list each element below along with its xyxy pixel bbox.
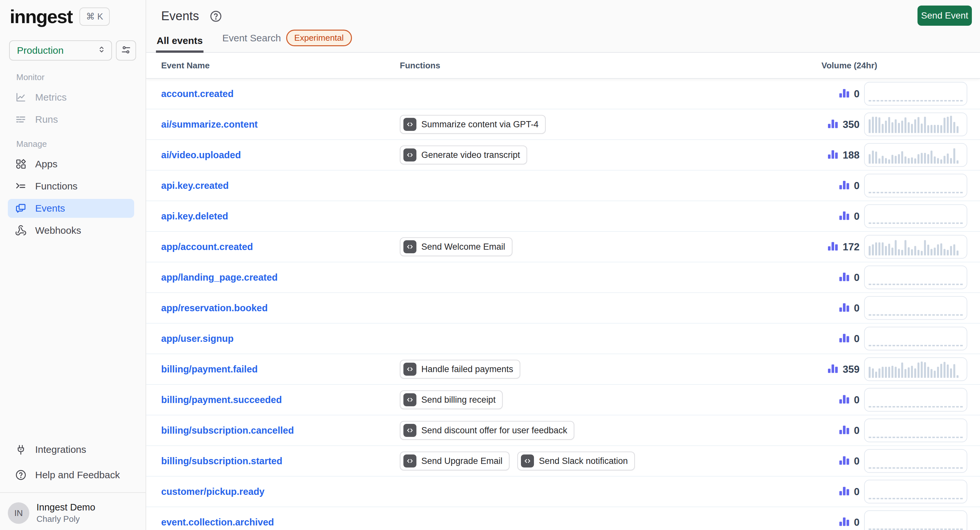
tab-event-search[interactable]: Event Search Experimental [222, 30, 353, 53]
help-icon[interactable] [209, 10, 223, 23]
event-name-link[interactable]: ai/video.uploaded [161, 150, 241, 161]
function-badge[interactable]: Send Welcome Email [400, 237, 512, 256]
mini-bars-icon [838, 271, 850, 284]
event-name-link[interactable]: billing/payment.succeeded [161, 395, 282, 405]
volume-cell: 0 [838, 480, 967, 504]
sidebar-item-label: Help and Feedback [35, 470, 120, 481]
code-icon [403, 424, 417, 437]
volume-count: 0 [854, 210, 859, 222]
event-name-link[interactable]: customer/pickup.ready [161, 486, 265, 497]
sidebar-item-apps[interactable]: Apps [8, 154, 134, 173]
mini-bars-icon [838, 210, 850, 223]
events-icon [15, 202, 27, 214]
function-badge[interactable]: Generate video transcript [400, 145, 527, 164]
sidebar-item-integrations[interactable]: Integrations [8, 440, 134, 459]
volume-count: 0 [854, 333, 859, 344]
event-name-link[interactable]: app/landing_page.created [161, 272, 278, 283]
mini-bars-icon [838, 454, 850, 468]
volume-sparkline-chart [864, 235, 967, 259]
experimental-badge: Experimental [286, 30, 352, 46]
event-name-link[interactable]: billing/payment.failed [161, 364, 258, 375]
sidebar-item-help-and-feedback[interactable]: Help and Feedback [8, 466, 134, 484]
volume-cell: 0 [838, 388, 967, 412]
user-menu[interactable]: IN Inngest Demo Charly Poly [8, 502, 95, 524]
volume-sparkline-chart [864, 358, 967, 381]
event-name-link[interactable]: ai/summarize.content [161, 119, 258, 130]
event-name-link[interactable]: billing/subscription.started [161, 456, 282, 466]
volume-count: 188 [843, 149, 859, 161]
page-title: Events [161, 9, 199, 23]
event-name-link[interactable]: account.created [161, 89, 234, 99]
volume-sparkline-chart [864, 266, 967, 290]
sidebar-item-events[interactable]: Events [8, 199, 134, 218]
functions-cell: Generate video transcript [400, 145, 527, 164]
functions-icon [15, 180, 27, 192]
event-name-link[interactable]: api.key.deleted [161, 211, 228, 222]
event-name-link[interactable]: app/user.signup [161, 333, 234, 344]
list-dashes-icon [15, 114, 27, 125]
table-header: Event Name Functions Volume (24hr) [146, 53, 980, 79]
volume-cell: 0 [838, 449, 967, 473]
sidebar-item-functions[interactable]: Functions [8, 177, 134, 196]
table-row: api.key.created0 [146, 170, 980, 201]
table-row: billing/subscription.startedSend Upgrade… [146, 446, 980, 477]
event-name-link[interactable]: event.collection.archived [161, 517, 274, 528]
sidebar-item-label: Webhooks [35, 225, 81, 236]
mini-bars-icon [838, 516, 850, 529]
function-badge-label: Send Slack notification [539, 456, 628, 466]
environment-settings-button[interactable] [116, 40, 136, 60]
table-row: event.collection.archived0 [146, 507, 980, 530]
environment-selector[interactable]: Production [9, 40, 112, 60]
events-table-body: account.created0ai/summarize.contentSumm… [146, 79, 980, 530]
sidebar-item-label: Events [35, 203, 65, 214]
zero-baseline [869, 100, 963, 102]
event-name-link[interactable]: app/account.created [161, 242, 253, 252]
event-name-link[interactable]: app/reservation.booked [161, 303, 267, 314]
volume-sparkline-chart [864, 449, 967, 473]
inngest-logo: inngest [10, 7, 72, 26]
send-event-button[interactable]: Send Event [918, 6, 972, 26]
environment-selector-value: Production [17, 45, 64, 56]
sidebar-item-metrics[interactable]: Metrics [8, 88, 134, 107]
function-badge[interactable]: Summarize content via GPT-4 [400, 115, 546, 134]
volume-sparkline-chart [864, 327, 967, 351]
zero-baseline [869, 345, 963, 346]
code-icon [403, 363, 417, 376]
section-label-monitor: Monitor [16, 72, 45, 82]
function-badge[interactable]: Handle failed payments [400, 360, 520, 379]
volume-sparkline-chart [864, 204, 967, 228]
table-row: api.key.deleted0 [146, 201, 980, 232]
sidebar-item-webhooks[interactable]: Webhooks [8, 221, 134, 240]
function-badge[interactable]: Send Upgrade Email [400, 452, 509, 470]
user-org: Charly Poly [37, 514, 95, 524]
volume-cell: 172 [827, 235, 967, 259]
code-icon [403, 148, 417, 161]
mini-bars-icon [838, 485, 850, 498]
mini-bars-icon [827, 240, 839, 253]
volume-count: 0 [854, 180, 859, 191]
volume-cell: 0 [838, 511, 967, 530]
zero-baseline [869, 437, 963, 438]
function-badge[interactable]: Send billing receipt [400, 390, 503, 409]
help-circle-icon [15, 469, 27, 481]
volume-cell: 350 [827, 113, 967, 137]
volume-sparkline-chart [864, 419, 967, 442]
function-badge[interactable]: Send Slack notification [517, 452, 635, 470]
function-badge[interactable]: Send discount offer for user feedback [400, 421, 574, 440]
volume-cell: 0 [838, 296, 967, 320]
table-row: billing/payment.succeededSend billing re… [146, 385, 980, 415]
command-k-shortcut[interactable]: ⌘ K [80, 8, 110, 26]
event-name-link[interactable]: api.key.created [161, 180, 229, 191]
table-row: billing/payment.failedHandle failed paym… [146, 354, 980, 385]
sidebar-item-runs[interactable]: Runs [8, 110, 134, 129]
tab-bar: All events Event Search Experimental [156, 30, 353, 53]
chart-line-icon [15, 91, 27, 103]
mini-bars-icon [838, 424, 850, 437]
event-name-link[interactable]: billing/subscription.cancelled [161, 425, 294, 436]
user-name: Inngest Demo [37, 502, 95, 513]
volume-sparkline-chart [864, 296, 967, 320]
volume-cell: 0 [838, 419, 967, 442]
volume-sparkline-chart [864, 174, 967, 197]
tab-all-events[interactable]: All events [156, 35, 204, 53]
zero-baseline [869, 406, 963, 407]
